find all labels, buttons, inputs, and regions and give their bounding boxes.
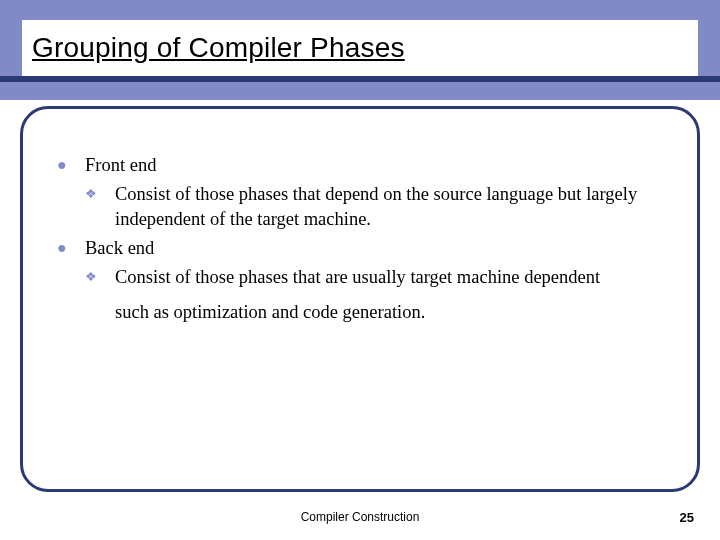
trailing-text: such as optimization and code generation… bbox=[57, 300, 663, 325]
diamond-bullet-icon: ❖ bbox=[85, 265, 115, 290]
diamond-bullet-icon: ❖ bbox=[85, 182, 115, 232]
list-item: ● Front end bbox=[57, 153, 663, 178]
footer-center-text: Compiler Construction bbox=[0, 510, 720, 524]
list-item-label: Back end bbox=[85, 236, 663, 261]
slide-title: Grouping of Compiler Phases bbox=[32, 32, 405, 64]
slide-header: Grouping of Compiler Phases bbox=[0, 0, 720, 100]
sub-list-item: ❖ Consist of those phases that depend on… bbox=[57, 182, 663, 232]
slide-footer: Compiler Construction 25 bbox=[0, 510, 720, 530]
sub-list-item-text: Consist of those phases that are usually… bbox=[115, 265, 663, 290]
disc-bullet-icon: ● bbox=[57, 236, 85, 261]
list-item: ● Back end bbox=[57, 236, 663, 261]
sub-list-item-text: Consist of those phases that depend on t… bbox=[115, 182, 663, 232]
header-accent-bar bbox=[0, 76, 720, 82]
disc-bullet-icon: ● bbox=[57, 153, 85, 178]
sub-list-item: ❖ Consist of those phases that are usual… bbox=[57, 265, 663, 290]
list-item-label: Front end bbox=[85, 153, 663, 178]
title-container: Grouping of Compiler Phases bbox=[22, 20, 698, 76]
footer-page-number: 25 bbox=[680, 510, 694, 525]
content-frame: ● Front end ❖ Consist of those phases th… bbox=[20, 106, 700, 492]
bullet-list: ● Front end ❖ Consist of those phases th… bbox=[57, 153, 663, 325]
